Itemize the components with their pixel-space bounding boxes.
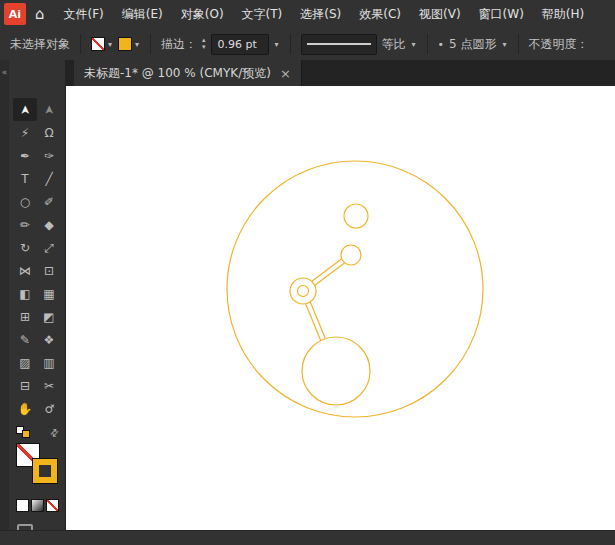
direct-selection-tool[interactable]: ➤ (37, 98, 61, 121)
paintbrush-tool[interactable]: ✐ (37, 190, 61, 213)
menu-item-object[interactable]: 对象(O) (172, 0, 233, 28)
stroke-label: 描边： (161, 36, 197, 53)
separator (518, 34, 519, 54)
line-segment-tool-icon: ╱ (45, 172, 52, 186)
stroke-swatch-yellow[interactable] (33, 459, 57, 483)
slice-tool[interactable]: ✂ (37, 374, 61, 397)
scale-tool[interactable]: ⤢ (37, 236, 61, 259)
color-button[interactable] (16, 499, 29, 512)
close-icon[interactable]: × (280, 66, 291, 81)
paintbrush-tool-icon: ✐ (44, 195, 54, 209)
free-transform-tool[interactable]: ⊡ (37, 259, 61, 282)
joint-outer-circle (290, 278, 316, 304)
perspective-grid-tool-icon: ▦ (43, 287, 54, 301)
menu-item-file[interactable]: 文件(F) (55, 0, 113, 28)
direct-selection-tool-icon: ➤ (42, 104, 56, 114)
zoom-tool-icon: ♁ (41, 400, 57, 416)
eyedropper-tool[interactable]: ✎ (13, 328, 37, 351)
pen-tool-icon: ✒ (20, 149, 30, 163)
rotate-tool[interactable]: ↻ (13, 236, 37, 259)
artboard-canvas[interactable] (66, 86, 615, 531)
curvature-tool[interactable]: ✑ (37, 144, 61, 167)
column-graph-tool-icon: ▥ (43, 356, 54, 370)
magic-wand-tool[interactable]: ⚡ (13, 121, 37, 144)
swap-fill-stroke-icon[interactable]: ⇄ (47, 426, 61, 440)
chevron-down-icon: ▾ (135, 40, 139, 49)
pen-tool[interactable]: ✒ (13, 144, 37, 167)
bottom-circle (302, 337, 370, 405)
none-button[interactable] (46, 499, 59, 512)
stepper-down-icon[interactable]: ▾ (202, 44, 206, 51)
chevron-down-icon: ▾ (108, 40, 112, 49)
artboard-tool-icon: ⊟ (20, 379, 30, 393)
joint-inner-circle (298, 286, 309, 297)
pencil-tool[interactable]: ✏ (13, 213, 37, 236)
stroke-color-control[interactable]: ▾ (118, 37, 140, 51)
paint-mode-buttons (9, 499, 65, 512)
hand-tool-icon: ✋ (18, 402, 33, 416)
artboard-tool[interactable]: ⊟ (13, 374, 37, 397)
brush-bullet-icon: • (438, 38, 445, 51)
brush-definition[interactable]: 5 点圆形 (449, 36, 496, 53)
selection-status: 未选择对象 (10, 36, 70, 53)
stroke-color-swatch (118, 37, 132, 51)
fill-stroke-widget (14, 443, 60, 489)
collapse-panel-icon[interactable]: « (2, 67, 8, 77)
selection-tool-icon: ➤ (18, 104, 32, 114)
tool-grid: ➤➤⚡Ω✒✑T╱○✐✏◆↻⤢⋈⊡◧▦⊞◩✎❖▨▥⊟✂✋♁ (9, 98, 65, 420)
menu-item-type[interactable]: 文字(T) (233, 0, 292, 28)
menu-bar: Ai ⌂ 文件(F)编辑(E)对象(O)文字(T)选择(S)效果(C)视图(V)… (0, 0, 615, 29)
blend-tool[interactable]: ❖ (37, 328, 61, 351)
perspective-grid-tool[interactable]: ▦ (37, 282, 61, 305)
illustrator-logo-icon[interactable]: Ai (4, 3, 26, 25)
gradient-tool[interactable]: ◩ (37, 305, 61, 328)
menu-item-help[interactable]: 帮助(H) (533, 0, 593, 28)
default-stroke-swatch (22, 430, 30, 438)
eraser-tool[interactable]: ◆ (37, 213, 61, 236)
separator (427, 34, 428, 54)
chevron-down-icon[interactable]: ▾ (275, 40, 279, 49)
width-tool[interactable]: ⋈ (13, 259, 37, 282)
home-icon[interactable]: ⌂ (35, 5, 45, 23)
fill-none-swatch (91, 37, 105, 51)
separator (80, 34, 81, 54)
menu-item-edit[interactable]: 编辑(E) (113, 0, 172, 28)
separator (290, 34, 291, 54)
fill-stroke-controls: ⇄ (9, 426, 65, 439)
mesh-tool[interactable]: ⊞ (13, 305, 37, 328)
chevron-down-icon[interactable]: ▾ (412, 40, 416, 49)
line-segment-tool[interactable]: ╱ (37, 167, 61, 190)
zoom-tool[interactable]: ♁ (37, 397, 61, 420)
ellipse-tool[interactable]: ○ (13, 190, 37, 213)
stroke-weight-stepper[interactable]: ▴ ▾ (202, 37, 206, 51)
type-tool[interactable]: T (13, 167, 37, 190)
column-graph-tool[interactable]: ▥ (37, 351, 61, 374)
free-transform-tool-icon: ⊡ (44, 264, 54, 278)
hand-tool[interactable]: ✋ (13, 397, 37, 420)
lasso-tool[interactable]: Ω (37, 121, 61, 144)
outer-circle (227, 161, 483, 417)
chevron-down-icon[interactable]: ▾ (503, 40, 507, 49)
symbol-sprayer-tool-icon: ▨ (19, 356, 30, 370)
width-profile-name[interactable]: 等比 (382, 36, 406, 53)
selection-tool[interactable]: ➤ (13, 98, 37, 121)
fill-color-control[interactable]: ▾ (91, 37, 113, 51)
symbol-sprayer-tool[interactable]: ▨ (13, 351, 37, 374)
curvature-tool-icon: ✑ (44, 149, 54, 163)
menu-item-window[interactable]: 窗口(W) (470, 0, 533, 28)
menu-item-view[interactable]: 视图(V) (410, 0, 470, 28)
menu-item-select[interactable]: 选择(S) (291, 0, 350, 28)
eyedropper-tool-icon: ✎ (20, 333, 30, 347)
shape-builder-tool[interactable]: ◧ (13, 282, 37, 305)
gradient-button[interactable] (31, 499, 44, 512)
separator (150, 34, 151, 54)
width-profile-dropdown[interactable] (301, 34, 377, 55)
menu-items: 文件(F)编辑(E)对象(O)文字(T)选择(S)效果(C)视图(V)窗口(W)… (55, 0, 594, 28)
blend-tool-icon: ❖ (44, 333, 55, 347)
type-tool-icon: T (21, 172, 28, 186)
rod-upper-edge (312, 259, 342, 281)
stroke-weight-field[interactable]: 0.96 pt (211, 34, 269, 55)
menu-item-effect[interactable]: 效果(C) (350, 0, 410, 28)
document-tab[interactable]: 未标题-1* @ 100 % (CMYK/预览) × (74, 60, 302, 86)
default-fill-stroke-icon[interactable] (16, 426, 31, 439)
